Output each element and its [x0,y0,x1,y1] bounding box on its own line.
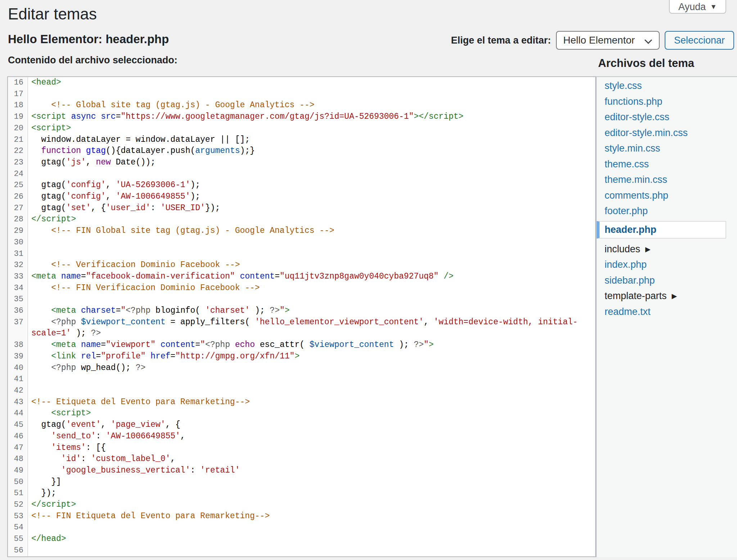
code-text: <script async src="https://www.googletag… [28,111,595,123]
theme-file-sidebar-php[interactable]: sidebar.php [597,273,737,289]
line-number: 36 [8,305,28,317]
theme-select[interactable]: Hello Elementor [556,31,660,50]
line-number: 53 [8,511,28,522]
code-line: 18 <!-- Global site tag (gtag.js) - Goog… [8,100,595,111]
line-number: 47 [8,442,28,454]
code-text: </head> [28,533,595,545]
code-line: 50 }] [8,477,595,488]
theme-file-footer-php[interactable]: footer.php [597,203,737,219]
code-text [28,522,595,533]
theme-folder-includes[interactable]: includes▶ [597,241,737,257]
theme-editor-page: { "page": { "title": "Editar temas" }, "… [0,0,737,560]
code-text [28,545,595,556]
line-number: 21 [8,134,28,146]
code-text: function gtag(){dataLayer.push(arguments… [28,145,595,157]
line-number: 41 [8,374,28,385]
code-line: 54 [8,522,595,533]
code-text: </script> [28,499,595,511]
code-text [28,294,595,305]
line-number: 39 [8,351,28,362]
code-line: 35 [8,294,595,305]
line-number: 52 [8,499,28,511]
line-number: 43 [8,397,28,408]
line-number: 34 [8,283,28,294]
line-number: 37 [8,317,28,339]
line-number: 18 [8,100,28,111]
code-line: 23 gtag('js', new Date()); [8,157,595,168]
code-editor[interactable]: 16<head>1718 <!-- Global site tag (gtag.… [7,76,596,557]
help-button-label: Ayuda [678,1,706,13]
line-number: 16 [8,77,28,89]
line-number: 19 [8,111,28,123]
code-text: 'google_business_vertical': 'retail' [28,465,595,477]
code-text [28,237,595,248]
file-link-label: footer.php [605,206,648,217]
code-text: <script> [28,123,595,134]
code-line: 28</script> [8,214,595,225]
line-number: 25 [8,180,28,191]
code-line: 19<script async src="https://www.googlet… [8,111,595,123]
line-number: 44 [8,408,28,419]
code-text: </script> [28,214,595,225]
code-text: <meta name="viewport" content="<?php ech… [28,339,595,351]
theme-file-editor-style-css[interactable]: editor-style.css [597,109,737,125]
line-number: 54 [8,522,28,533]
theme-folder-template-parts[interactable]: template-parts▶ [597,288,737,304]
theme-file-style-min-css[interactable]: style.min.css [597,141,737,157]
theme-chooser: Elige el tema a editar: Hello Elementor … [451,31,734,50]
line-number: 30 [8,237,28,248]
code-text: <script> [28,408,595,419]
line-number: 50 [8,477,28,488]
line-number: 24 [8,168,28,180]
code-text: gtag('config', 'AW-1006649855'); [28,191,595,203]
code-line: 34 <!-- FIN Verificacion Dominio Faceboo… [8,283,595,294]
line-number: 45 [8,419,28,431]
code-text [28,374,595,385]
line-number: 26 [8,191,28,203]
folder-label: template-parts [605,290,667,302]
code-text [28,248,595,260]
line-number: 23 [8,157,28,168]
code-text: <head> [28,77,595,89]
folder-expand-icon: ▶ [672,292,677,300]
code-text [28,168,595,180]
theme-file-theme-css[interactable]: theme.css [597,157,737,172]
help-button[interactable]: Ayuda ▼ [669,0,726,14]
line-number: 17 [8,89,28,100]
file-link-label: editor-style.min.css [605,127,688,139]
code-text: gtag('event', 'page_view', { [28,419,595,431]
code-text: gtag('config', 'UA-52693006-1'); [28,180,595,191]
theme-file-readme-txt[interactable]: readme.txt [597,304,737,320]
code-line: 40 <?php wp_head(); ?> [8,362,595,374]
code-line: 36 <meta charset="<?php bloginfo( 'chars… [8,305,595,317]
file-link-label: comments.php [605,190,668,201]
code-line: 20<script> [8,123,595,134]
code-line: 44 <script> [8,408,595,419]
file-link-label: index.php [605,259,647,270]
code-text: <!-- FIN Etiqueta del Evento para Remark… [28,511,595,522]
theme-file-functions-php[interactable]: functions.php [597,94,737,110]
code-text: gtag('set', {'user_id': 'USER_ID'}); [28,203,595,214]
page-title: Editar temas [8,5,97,23]
theme-file-theme-min-css[interactable]: theme.min.css [597,172,737,188]
code-line: 31 [8,248,595,260]
theme-file-comments-php[interactable]: comments.php [597,188,737,204]
code-line: 24 [8,168,595,180]
file-link-label: header.php [605,224,656,235]
current-file-title: Hello Elementor: header.php [8,32,169,46]
code-line: 56 [8,545,595,556]
theme-file-style-css[interactable]: style.css [597,78,737,94]
line-number: 27 [8,203,28,214]
file-link-label: functions.php [605,96,663,107]
theme-file-editor-style-min-css[interactable]: editor-style.min.css [597,125,737,141]
select-theme-button[interactable]: Seleccionar [665,31,734,50]
theme-file-header-php[interactable]: header.php [597,221,726,239]
code-text [28,385,595,397]
folder-expand-icon: ▶ [645,245,651,253]
code-text: <meta charset="<?php bloginfo( 'charset'… [28,305,595,317]
line-number: 48 [8,453,28,465]
code-line: 45 gtag('event', 'page_view', { [8,419,595,431]
caret-down-icon: ▼ [710,3,717,11]
theme-file-index-php[interactable]: index.php [597,257,737,273]
line-number: 46 [8,431,28,442]
